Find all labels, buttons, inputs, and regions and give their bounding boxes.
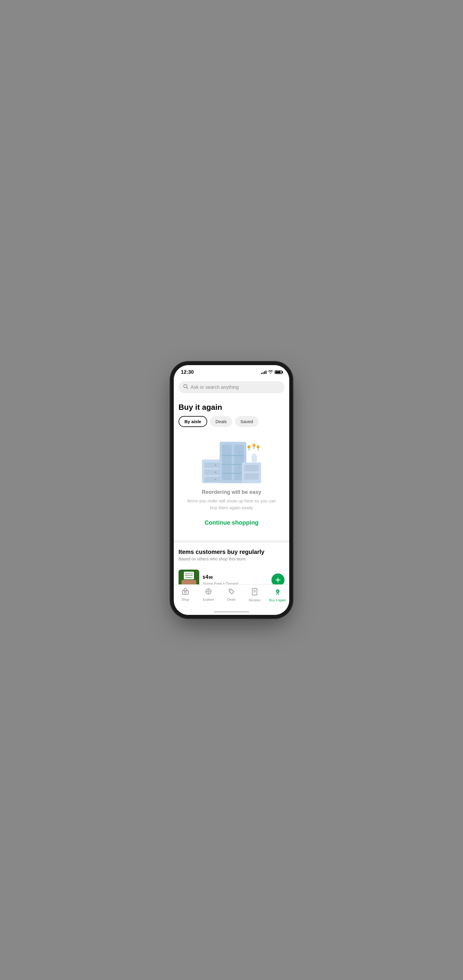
- empty-state-title: Reordering will be easy: [201, 489, 261, 495]
- regular-section: Items customers buy regularly Based on o…: [174, 542, 289, 584]
- svg-line-1: [187, 387, 188, 389]
- regular-section-title: Items customers buy regularly: [179, 549, 284, 555]
- nav-explore[interactable]: Explore: [197, 587, 220, 603]
- svg-point-9: [208, 590, 209, 592]
- status-time: 12:30: [181, 369, 193, 375]
- scroll-content[interactable]: Ask or search anything Buy it again By a…: [174, 377, 289, 584]
- nav-buy-it-again-label: Buy it again: [269, 598, 286, 602]
- price-cents: 99: [209, 576, 212, 580]
- product-image: Jennie-OGROUNDTURKEY: [179, 570, 199, 584]
- product-brand-label: Jennie-OGROUNDTURKEY: [184, 572, 194, 579]
- tabs-row: By aisle Deals Saved: [179, 416, 284, 433]
- search-icon: [183, 384, 188, 390]
- product-card: Jennie-OGROUNDTURKEY $ 4 99 Sugar Free •…: [179, 566, 284, 584]
- price-whole: 4: [206, 574, 208, 580]
- wifi-icon: [268, 370, 273, 375]
- buy-it-again-icon: [274, 588, 281, 597]
- tab-deals[interactable]: Deals: [210, 416, 232, 427]
- search-placeholder: Ask or search anything: [191, 385, 239, 390]
- tab-by-aisle[interactable]: By aisle: [179, 416, 207, 427]
- svg-rect-7: [184, 592, 186, 593]
- section-divider: [174, 540, 289, 542]
- nav-explore-label: Explore: [203, 598, 214, 601]
- product-thumbnail: Jennie-OGROUNDTURKEY: [179, 570, 199, 584]
- product-meat-visual: [182, 580, 196, 584]
- shop-icon: [182, 588, 189, 597]
- reorder-illustration: [202, 442, 261, 483]
- svg-rect-15: [252, 589, 257, 595]
- dresser-right-icon: [242, 463, 261, 483]
- deals-icon: [228, 588, 235, 597]
- product-price: $ 4 99: [203, 574, 268, 580]
- empty-state: Reordering will be easy Items you order …: [179, 433, 284, 540]
- recipes-icon: [252, 588, 257, 597]
- price-dollar-sign: $: [203, 575, 205, 580]
- product-tags: Sugar Free • Organic: [203, 581, 268, 584]
- status-bar: 12:30: [174, 365, 289, 377]
- regular-section-subtitle: Based on others who shop this store: [179, 557, 284, 561]
- tab-saved[interactable]: Saved: [235, 416, 259, 427]
- nav-shop-label: Shop: [182, 598, 189, 601]
- nav-deals-label: Deals: [227, 598, 236, 601]
- phone-frame: 12:30: [174, 365, 289, 615]
- empty-state-subtitle: Items you order will show up here so you…: [184, 498, 279, 511]
- vase-icon: [252, 453, 257, 463]
- home-indicator: [174, 609, 289, 615]
- nav-shop[interactable]: Shop: [174, 587, 197, 603]
- product-info: $ 4 99 Sugar Free • Organic: [203, 574, 268, 584]
- nav-recipes-label: Recipes: [249, 598, 260, 602]
- page-title: Buy it again: [179, 398, 284, 416]
- search-bar[interactable]: Ask or search anything: [179, 381, 284, 393]
- nav-buy-it-again[interactable]: Buy it again: [266, 587, 289, 603]
- status-icons: [261, 370, 282, 375]
- search-section: Ask or search anything: [174, 377, 289, 398]
- add-to-cart-button[interactable]: [271, 573, 284, 584]
- explore-icon: [205, 588, 212, 597]
- bottom-nav: Shop Explore D: [174, 584, 289, 609]
- main-content: Buy it again By aisle Deals Saved: [174, 398, 289, 540]
- continue-shopping-button[interactable]: Continue shopping: [204, 517, 259, 528]
- nav-recipes[interactable]: Recipes: [243, 587, 266, 603]
- svg-point-14: [230, 590, 231, 591]
- signal-icon: [261, 371, 267, 374]
- battery-icon: [275, 371, 282, 374]
- svg-rect-6: [182, 590, 188, 595]
- nav-deals[interactable]: Deals: [220, 587, 243, 603]
- home-bar: [214, 611, 249, 612]
